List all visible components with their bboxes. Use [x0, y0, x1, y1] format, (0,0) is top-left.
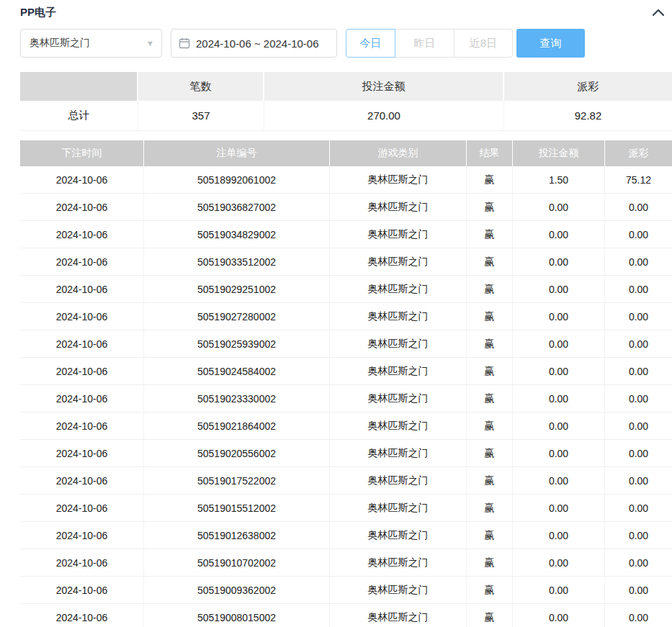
date-range-value: 2024-10-06 ~ 2024-10-06 — [196, 37, 319, 50]
table-row: 2024-10-06 50519023330002 奥林匹斯之门 赢 0.00 … — [20, 385, 672, 412]
cell-bet-time: 2024-10-06 — [20, 495, 144, 521]
cell-result: 赢 — [467, 248, 513, 275]
cell-bet-id: 50519029251002 — [144, 276, 330, 302]
cell-game-type: 奥林匹斯之门 — [330, 604, 467, 627]
table-row: 2024-10-06 50519008015002 奥林匹斯之门 赢 0.00 … — [20, 604, 672, 627]
header-payout: 派彩 — [605, 140, 672, 166]
cell-bet-time: 2024-10-06 — [20, 166, 144, 193]
cell-bet-id: 50519008015002 — [144, 604, 330, 627]
cell-bet-amount: 0.00 — [513, 467, 605, 494]
cell-game-type: 奥林匹斯之门 — [330, 495, 467, 521]
cell-bet-amount: 1.50 — [513, 166, 605, 193]
summary-total-count: 357 — [138, 101, 264, 130]
cell-game-type: 奥林匹斯之门 — [330, 303, 467, 330]
cell-payout: 0.00 — [605, 276, 672, 302]
cell-bet-id: 50519024584002 — [144, 358, 330, 384]
table-row: 2024-10-06 50519017522002 奥林匹斯之门 赢 0.00 … — [20, 467, 672, 495]
header-result: 结果 — [467, 140, 513, 166]
cell-bet-id: 50519025939002 — [144, 330, 330, 357]
cell-bet-amount: 0.00 — [513, 385, 605, 412]
cell-payout: 75.12 — [605, 166, 672, 193]
cell-bet-time: 2024-10-06 — [20, 549, 144, 576]
table-row: 2024-10-06 50519025939002 奥林匹斯之门 赢 0.00 … — [20, 330, 672, 358]
calendar-icon — [179, 37, 190, 49]
cell-result: 赢 — [467, 276, 513, 302]
cell-game-type: 奥林匹斯之门 — [330, 358, 467, 384]
cell-bet-time: 2024-10-06 — [20, 440, 144, 466]
header-bet-id: 注单编号 — [144, 140, 330, 166]
cell-game-type: 奥林匹斯之门 — [330, 412, 467, 439]
cell-payout: 0.00 — [605, 248, 672, 275]
cell-payout: 0.00 — [605, 577, 672, 603]
cell-game-type: 奥林匹斯之门 — [330, 221, 467, 248]
cell-result: 赢 — [467, 440, 513, 466]
cell-bet-time: 2024-10-06 — [20, 412, 144, 439]
cell-result: 赢 — [467, 577, 513, 603]
cell-payout: 0.00 — [605, 467, 672, 494]
cell-result: 赢 — [467, 467, 513, 494]
cell-bet-id: 50519009362002 — [144, 577, 330, 603]
cell-payout: 0.00 — [605, 440, 672, 466]
cell-result: 赢 — [467, 385, 513, 412]
cell-bet-amount: 0.00 — [513, 330, 605, 357]
cell-bet-time: 2024-10-06 — [20, 194, 144, 220]
cell-payout: 0.00 — [605, 412, 672, 439]
cell-bet-time: 2024-10-06 — [20, 248, 144, 275]
cell-payout: 0.00 — [605, 385, 672, 412]
cell-result: 赢 — [467, 604, 513, 627]
cell-bet-amount: 0.00 — [513, 221, 605, 248]
cell-bet-id: 50519020556002 — [144, 440, 330, 466]
cell-game-type: 奥林匹斯之门 — [330, 194, 467, 220]
header-bet-time: 下注时间 — [20, 140, 144, 166]
cell-bet-time: 2024-10-06 — [20, 522, 144, 549]
cell-result: 赢 — [467, 221, 513, 248]
cell-bet-time: 2024-10-06 — [20, 577, 144, 603]
cell-payout: 0.00 — [605, 604, 672, 627]
quick-range-last8days-button[interactable]: 近8日 — [454, 29, 513, 58]
collapse-panel-button[interactable] — [650, 4, 666, 20]
cell-bet-amount: 0.00 — [513, 522, 605, 549]
summary-header-bet-amount: 投注金额 — [264, 72, 504, 101]
bets-header-row: 下注时间 注单编号 游戏类别 结果 投注金额 派彩 — [20, 140, 672, 166]
cell-game-type: 奥林匹斯之门 — [330, 330, 467, 357]
cell-result: 赢 — [467, 194, 513, 220]
table-row: 2024-10-06 50519033512002 奥林匹斯之门 赢 0.00 … — [20, 248, 672, 276]
quick-range-yesterday-button[interactable]: 昨日 — [395, 29, 454, 58]
cell-payout: 0.00 — [605, 522, 672, 549]
summary-total-bet-amount: 270.00 — [264, 101, 504, 130]
bets-table: 下注时间 注单编号 游戏类别 结果 投注金额 派彩 2024-10-06 505… — [20, 140, 672, 627]
table-row: 2024-10-06 50519029251002 奥林匹斯之门 赢 0.00 … — [20, 276, 672, 303]
summary-header-row: 笔数 投注金额 派彩 — [20, 72, 672, 101]
summary-total-label: 总计 — [20, 101, 138, 130]
cell-game-type: 奥林匹斯之门 — [330, 467, 467, 494]
cell-payout: 0.00 — [605, 549, 672, 576]
bets-body: 2024-10-06 50518992061002 奥林匹斯之门 赢 1.50 … — [20, 166, 672, 627]
quick-range-today-button[interactable]: 今日 — [346, 29, 395, 58]
cell-bet-amount: 0.00 — [513, 276, 605, 302]
cell-bet-amount: 0.00 — [513, 412, 605, 439]
cell-bet-amount: 0.00 — [513, 248, 605, 275]
chevron-down-icon: ▼ — [146, 39, 154, 48]
cell-bet-id: 50518992061002 — [144, 166, 330, 193]
filter-bar: 奥林匹斯之门 ▼ 2024-10-06 ~ 2024-10-06 今日 昨日 近… — [20, 29, 672, 58]
cell-bet-id: 50519023330002 — [144, 385, 330, 412]
cell-game-type: 奥林匹斯之门 — [330, 522, 467, 549]
summary-corner-cell — [20, 72, 138, 101]
game-select[interactable]: 奥林匹斯之门 ▼ — [20, 29, 162, 58]
cell-bet-id: 50519027280002 — [144, 303, 330, 330]
summary-total-payout: 92.82 — [504, 101, 672, 130]
cell-result: 赢 — [467, 412, 513, 439]
game-select-value: 奥林匹斯之门 — [30, 37, 90, 50]
cell-result: 赢 — [467, 358, 513, 384]
summary-header-payout: 派彩 — [504, 72, 672, 101]
cell-payout: 0.00 — [605, 303, 672, 330]
table-row: 2024-10-06 50519036827002 奥林匹斯之门 赢 0.00 … — [20, 194, 672, 221]
cell-payout: 0.00 — [605, 194, 672, 220]
cell-bet-time: 2024-10-06 — [20, 604, 144, 627]
date-range-input[interactable]: 2024-10-06 ~ 2024-10-06 — [171, 29, 337, 58]
search-button[interactable]: 查询 — [516, 29, 585, 58]
cell-game-type: 奥林匹斯之门 — [330, 385, 467, 412]
cell-bet-id: 50519021864002 — [144, 412, 330, 439]
summary-total-row: 总计 357 270.00 92.82 — [20, 101, 672, 131]
cell-result: 赢 — [467, 495, 513, 521]
